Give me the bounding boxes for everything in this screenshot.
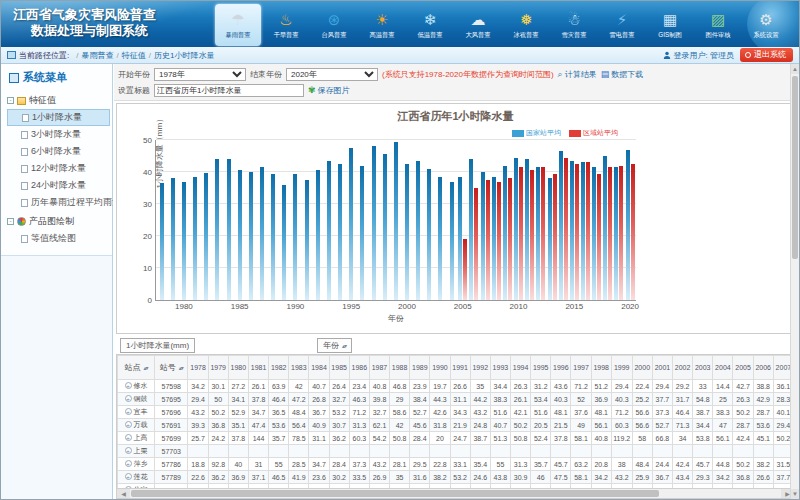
bar-national-2001[interactable] bbox=[416, 161, 420, 300]
station-name-cell[interactable]: +萍乡 bbox=[118, 458, 155, 471]
expand-row-icon[interactable]: + bbox=[125, 447, 132, 454]
download-button[interactable]: ▤ 数据下载 bbox=[601, 69, 644, 80]
bar-national-2003[interactable] bbox=[438, 177, 442, 300]
bar-national-2016[interactable] bbox=[581, 162, 585, 300]
station-name-cell[interactable]: +莲花 bbox=[118, 471, 155, 484]
toolbar-item-干旱普查[interactable]: ♨干旱普查 bbox=[263, 4, 309, 46]
sidebar-item-12小时降水量[interactable]: 12小时降水量 bbox=[7, 160, 110, 177]
breadcrumb-item[interactable]: 暴雨普查 bbox=[81, 51, 113, 60]
scroll-left-arrow[interactable]: ◀ bbox=[117, 489, 130, 498]
year-column-header-1980[interactable]: 1980 bbox=[228, 356, 248, 380]
year-column-header-1979[interactable]: 1979 bbox=[208, 356, 228, 380]
toolbar-item-冰雹普查[interactable]: ❅冰雹普查 bbox=[503, 4, 549, 46]
bar-regional-2005[interactable] bbox=[463, 239, 467, 300]
bar-national-1983[interactable] bbox=[215, 159, 219, 300]
year-column-header-2003[interactable]: 2003 bbox=[693, 356, 713, 380]
sort-arrows-icon[interactable]: ▴▾ bbox=[144, 365, 148, 371]
start-year-select[interactable]: 1978年 bbox=[154, 68, 246, 81]
toolbar-item-低温普查[interactable]: ❄低温普查 bbox=[407, 4, 453, 46]
bar-national-2005[interactable] bbox=[458, 177, 462, 300]
expand-row-icon[interactable]: + bbox=[125, 382, 132, 389]
toolbar-item-台风普查[interactable]: ⊛台风普查 bbox=[311, 4, 357, 46]
year-column-header-1985[interactable]: 1985 bbox=[329, 356, 349, 380]
bar-national-2019[interactable] bbox=[614, 167, 618, 300]
bar-national-1986[interactable] bbox=[249, 172, 253, 300]
bar-regional-2006[interactable] bbox=[474, 188, 478, 300]
calculate-button[interactable]: ⌕ 计算结果 bbox=[558, 69, 597, 80]
breadcrumb-item[interactable]: 特征值 bbox=[122, 51, 146, 60]
bar-national-1987[interactable] bbox=[260, 167, 264, 300]
toolbar-item-图件审核[interactable]: ▨图件审核 bbox=[695, 4, 741, 46]
bar-national-1998[interactable] bbox=[383, 154, 387, 300]
bar-regional-2020[interactable] bbox=[631, 164, 635, 300]
bar-national-2015[interactable] bbox=[570, 161, 574, 300]
station-name-cell[interactable]: +铜鼓 bbox=[118, 393, 155, 406]
bar-national-1979[interactable] bbox=[171, 178, 175, 300]
bar-national-1988[interactable] bbox=[271, 174, 275, 300]
station-name-cell[interactable]: +宜丰 bbox=[118, 406, 155, 419]
scroll-up-arrow[interactable]: ▲ bbox=[791, 64, 799, 74]
year-column-header-2002[interactable]: 2002 bbox=[673, 356, 693, 380]
breadcrumb-item[interactable]: 历史1小时降水量 bbox=[154, 51, 214, 60]
bar-national-1985[interactable] bbox=[238, 170, 242, 300]
year-column-header-1988[interactable]: 1988 bbox=[390, 356, 410, 380]
station-column-header[interactable]: 站点▴▾ bbox=[118, 356, 155, 380]
bar-national-1991[interactable] bbox=[305, 180, 309, 300]
vertical-scroll-thumb[interactable] bbox=[792, 76, 798, 259]
sidebar-item-24小时降水量[interactable]: 24小时降水量 bbox=[7, 177, 110, 194]
year-column-header-1994[interactable]: 1994 bbox=[510, 356, 530, 380]
bar-national-1999[interactable] bbox=[394, 142, 398, 300]
bar-regional-2008[interactable] bbox=[497, 182, 501, 300]
vertical-scrollbar[interactable]: ▲ ▼ bbox=[790, 64, 799, 499]
toolbar-item-系统设置[interactable]: ⚙系统设置 bbox=[743, 4, 789, 46]
bar-national-1995[interactable] bbox=[349, 148, 353, 300]
year-column-header-1989[interactable]: 1989 bbox=[410, 356, 430, 380]
year-sort-control[interactable]: 年份 ▴▾ bbox=[317, 338, 352, 353]
sort-arrows-icon[interactable]: ▴▾ bbox=[179, 365, 183, 371]
expand-toggle-icon[interactable]: - bbox=[7, 97, 14, 104]
station-name-cell[interactable]: +修水 bbox=[118, 380, 155, 393]
sort-arrows-icon[interactable]: ▴▾ bbox=[342, 343, 346, 349]
bar-regional-2019[interactable] bbox=[619, 166, 623, 300]
horizontal-scrollbar[interactable]: ◀ ▶ bbox=[116, 488, 795, 499]
logout-button[interactable]: 退出系统 bbox=[740, 48, 793, 62]
year-column-header-1998[interactable]: 1998 bbox=[591, 356, 611, 380]
bar-national-1982[interactable] bbox=[204, 173, 208, 300]
year-column-header-1987[interactable]: 1987 bbox=[369, 356, 389, 380]
tree-parent-特征值[interactable]: -特征值 bbox=[7, 92, 110, 109]
sidebar-item-3小时降水量[interactable]: 3小时降水量 bbox=[7, 126, 110, 143]
year-column-header-1999[interactable]: 1999 bbox=[611, 356, 632, 380]
save-image-button[interactable]: ✾ 保存图片 bbox=[308, 85, 350, 96]
bar-regional-2012[interactable] bbox=[541, 167, 545, 300]
station-name-cell[interactable]: +万载 bbox=[118, 419, 155, 432]
bar-national-2009[interactable] bbox=[503, 166, 507, 300]
end-year-select[interactable]: 2020年 bbox=[286, 68, 378, 81]
bar-regional-2013[interactable] bbox=[553, 174, 557, 300]
sidebar-item-1小时降水量[interactable]: 1小时降水量 bbox=[7, 109, 110, 126]
bar-national-1996[interactable] bbox=[360, 166, 364, 300]
bar-national-1984[interactable] bbox=[227, 159, 231, 300]
year-column-header-1992[interactable]: 1992 bbox=[470, 356, 490, 380]
expand-row-icon[interactable]: + bbox=[125, 408, 132, 415]
year-column-header-1990[interactable]: 1990 bbox=[430, 356, 450, 380]
station-name-cell[interactable]: +上栗 bbox=[118, 445, 155, 458]
legend-item-区域站平均[interactable]: 区域站平均 bbox=[569, 128, 618, 138]
bar-national-2006[interactable] bbox=[469, 159, 473, 300]
bar-national-2011[interactable] bbox=[525, 159, 529, 300]
bar-national-1993[interactable] bbox=[327, 161, 331, 300]
toolbar-item-高温普查[interactable]: ☀高温普查 bbox=[359, 4, 405, 46]
sidebar-item-6小时降水量[interactable]: 6小时降水量 bbox=[7, 143, 110, 160]
horizontal-scroll-thumb[interactable] bbox=[131, 490, 659, 497]
year-column-header-1982[interactable]: 1982 bbox=[269, 356, 289, 380]
bar-regional-2009[interactable] bbox=[508, 178, 512, 300]
bar-national-2002[interactable] bbox=[427, 169, 431, 300]
expand-row-icon[interactable]: + bbox=[125, 395, 132, 402]
toolbar-item-雪灾普查[interactable]: ☃雪灾普查 bbox=[551, 4, 597, 46]
bar-national-1990[interactable] bbox=[293, 174, 297, 300]
year-column-header-2001[interactable]: 2001 bbox=[652, 356, 672, 380]
bar-national-1997[interactable] bbox=[372, 146, 376, 300]
bar-national-1994[interactable] bbox=[338, 164, 342, 300]
expand-row-icon[interactable]: + bbox=[125, 434, 132, 441]
bar-national-2020[interactable] bbox=[626, 150, 630, 300]
year-column-header-1983[interactable]: 1983 bbox=[289, 356, 309, 380]
